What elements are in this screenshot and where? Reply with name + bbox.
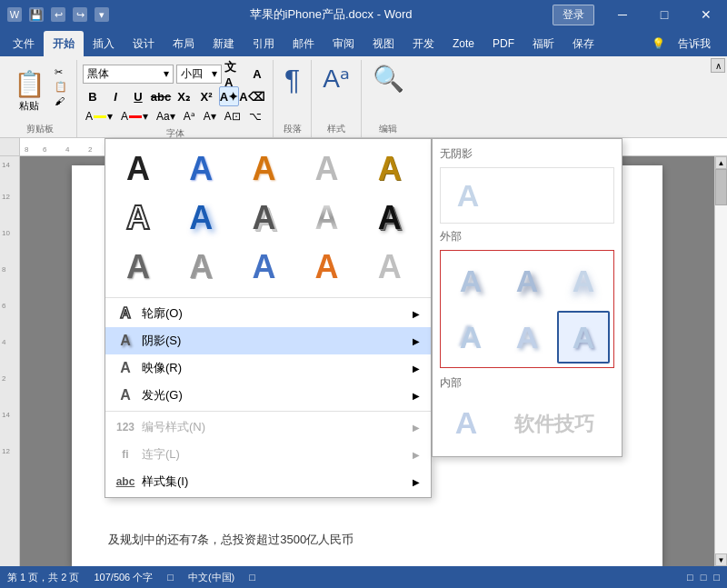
font-color-button[interactable]: A ▾	[118, 109, 151, 124]
shadow-item-outer1[interactable]: A	[444, 254, 497, 307]
ruler-side-left	[0, 138, 20, 155]
tab-mailings[interactable]: 邮件	[284, 31, 324, 56]
tab-developer[interactable]: 开发	[403, 31, 443, 56]
effect-item-emboss[interactable]: A	[113, 244, 164, 290]
close-button[interactable]: ✕	[685, 0, 727, 29]
effect-item-lightgray[interactable]: A	[302, 146, 353, 192]
subscript-button[interactable]: X₂	[174, 86, 194, 106]
tab-home[interactable]: 开始	[44, 31, 84, 56]
redo-icon[interactable]: ↪	[73, 7, 87, 22]
font-name-selector[interactable]: 黑体 ▾	[83, 65, 174, 84]
scroll-track[interactable]	[715, 169, 727, 553]
undo-icon[interactable]: ↩	[51, 7, 65, 22]
effect-item-gold[interactable]: A	[364, 146, 415, 192]
print-layout-button[interactable]: □	[701, 572, 707, 583]
effect-item-flat-orange[interactable]: A	[302, 244, 353, 290]
strikethrough-button[interactable]: abc	[151, 86, 171, 106]
paste-button[interactable]: 📋 粘贴	[9, 64, 49, 118]
more-btn[interactable]: A▾	[201, 109, 219, 124]
effect-item-engraved[interactable]: A	[175, 244, 226, 290]
effect-item-blue[interactable]: A	[175, 146, 226, 192]
superscript-button[interactable]: X²	[196, 86, 216, 106]
styles-button[interactable]: Aᵃ	[323, 64, 350, 94]
grow-font-button[interactable]: 文A	[224, 64, 244, 84]
tab-new[interactable]: 新建	[204, 31, 244, 56]
tab-file[interactable]: 文件	[4, 31, 44, 56]
effect-item-orange[interactable]: A	[238, 146, 289, 192]
font-size-selector[interactable]: 小四 ▾	[176, 65, 222, 84]
tab-insert[interactable]: 插入	[84, 31, 124, 56]
editing-group-content: 🔍	[371, 60, 406, 123]
scroll-down-arrow[interactable]: ▼	[715, 553, 727, 566]
effect-item-flat-blue[interactable]: A	[238, 244, 289, 290]
effect-item-dark3d[interactable]: A	[364, 195, 415, 241]
tab-foxit[interactable]: 福昕	[523, 31, 563, 56]
tab-zote[interactable]: Zote	[443, 31, 483, 56]
read-mode-button[interactable]: □	[687, 572, 693, 583]
shadow-item-outer4[interactable]: A	[444, 311, 497, 364]
shadow-item-none[interactable]: A	[444, 172, 492, 219]
scroll-up-arrow[interactable]: ▲	[715, 156, 727, 169]
shadow-item-inner1[interactable]: A	[440, 396, 493, 449]
signin-button[interactable]: 登录	[553, 5, 594, 25]
shadow-item-outer2[interactable]: A	[501, 254, 553, 307]
input-mode-icon: □	[167, 572, 174, 583]
tab-references[interactable]: 引用	[244, 31, 284, 56]
tab-design[interactable]: 设计	[124, 31, 164, 56]
minimize-button[interactable]: ─	[602, 0, 643, 29]
tab-pdf[interactable]: PDF	[483, 31, 523, 56]
format-paint-button[interactable]: 🖌	[51, 95, 71, 107]
cut-button[interactable]: ✂	[51, 65, 71, 79]
effect-item-flat-lightgray[interactable]: A	[364, 244, 415, 290]
italic-button[interactable]: I	[105, 86, 125, 106]
shadow-menu-item[interactable]: A 阴影(S) ▶	[105, 327, 431, 354]
menu-divider-1	[105, 411, 431, 412]
paragraph-button[interactable]: ¶	[284, 64, 300, 97]
effect-item-plain[interactable]: A	[113, 146, 164, 192]
shadow-menu-icon: A	[116, 332, 134, 350]
border-btn[interactable]: A⊡	[222, 109, 244, 124]
char-spacing-button[interactable]: Aa▾	[154, 109, 178, 124]
ribbon-tabs: 文件 开始 插入 设计 布局 新建 引用 邮件 审阅 视图 开发 Zote PD…	[0, 29, 727, 56]
shrink-font-button[interactable]: A	[247, 64, 267, 84]
tell-me-button[interactable]: 告诉我	[669, 31, 720, 56]
ribbon-collapse-button[interactable]: ∧	[711, 58, 725, 73]
clear-format-button[interactable]: A⌫	[242, 86, 262, 106]
copy-button[interactable]: 📋	[51, 80, 71, 94]
glow-menu-item[interactable]: A 发光(G) ▶	[105, 382, 431, 409]
tab-review[interactable]: 审阅	[324, 31, 364, 56]
tab-view[interactable]: 视图	[364, 31, 403, 56]
scroll-thumb[interactable]	[715, 169, 727, 205]
underline-button[interactable]: U	[128, 86, 148, 106]
shadow-item-outer5[interactable]: A	[501, 311, 553, 364]
text-effect-button[interactable]: A✦	[219, 86, 239, 106]
editing-group: 🔍 编辑	[362, 60, 415, 137]
highlight-button[interactable]: A ▾	[83, 109, 115, 124]
shadow-item-outer6-selected[interactable]: A	[557, 311, 610, 364]
styleset-menu-item[interactable]: abc 样式集(I) ▶	[105, 468, 431, 495]
styles-group-content: Aᵃ	[321, 60, 352, 123]
editing-button[interactable]: 🔍	[373, 64, 404, 94]
effect-item-silver[interactable]: A	[302, 195, 353, 241]
effect-item-shadow-blue[interactable]: A	[175, 195, 226, 241]
shadow-item-outer3[interactable]: A	[557, 254, 610, 307]
save-icon[interactable]: 💾	[29, 7, 44, 22]
shading-btn[interactable]: ⌥	[246, 109, 264, 124]
ligature-menu-label: 连字(L)	[142, 446, 180, 463]
effect-item-outline[interactable]: A	[113, 195, 164, 241]
reflection-menu-item[interactable]: A 映像(R) ▶	[105, 354, 431, 382]
effect-letter-flat-blue: A	[252, 248, 275, 286]
web-layout-button[interactable]: □	[713, 572, 720, 583]
tab-save[interactable]: 保存	[563, 31, 603, 56]
vertical-scrollbar[interactable]: ▲ ▼	[714, 156, 727, 566]
effect-item-gray3d[interactable]: A	[238, 195, 289, 241]
bold-button[interactable]: B	[83, 86, 103, 106]
restore-button[interactable]: □	[643, 0, 685, 29]
highlight-color-dot	[94, 115, 106, 118]
outline-menu-item[interactable]: A 轮廓(O) ▶	[105, 300, 431, 327]
uppercase-button[interactable]: Aᵃ	[181, 109, 198, 124]
customize-icon[interactable]: ▾	[95, 7, 109, 22]
ribbon-right-area: 💡 告诉我	[652, 31, 727, 56]
tab-layout[interactable]: 布局	[164, 31, 204, 56]
effect-letter-plain: A	[126, 150, 150, 188]
